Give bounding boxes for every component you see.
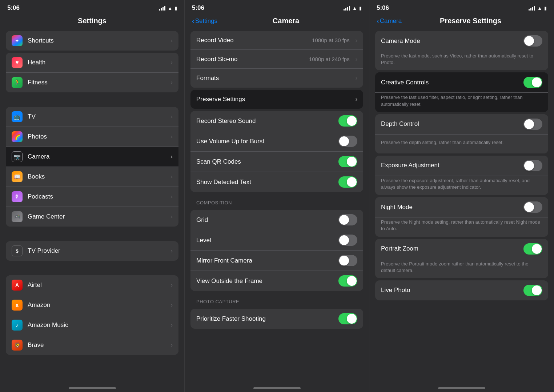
list-item[interactable]: a Amazon › bbox=[6, 295, 178, 315]
depth-control-row: Depth Control bbox=[375, 114, 548, 135]
battery-icon-2: ▮ bbox=[359, 5, 362, 11]
health-fitness-group: ♥ Health › 🏃 Fitness › bbox=[6, 53, 178, 92]
volume-burst-label: Use Volume Up for Burst bbox=[196, 138, 338, 145]
view-outside-toggle[interactable] bbox=[338, 275, 357, 287]
apps-group-1: 📺 TV › 🌈 Photos › 📷 Camera › 📖 Books › 🎙 bbox=[6, 107, 178, 227]
exposure-toggle[interactable] bbox=[523, 160, 542, 171]
back-to-settings[interactable]: ‹ Settings bbox=[192, 17, 217, 25]
status-time-2: 5:06 bbox=[192, 4, 204, 12]
brave-icon: 🦁 bbox=[12, 340, 23, 351]
shortcuts-group: ✦ Shortcuts › bbox=[6, 31, 178, 51]
grid-label: Grid bbox=[196, 216, 338, 224]
shortcuts-chevron: › bbox=[171, 37, 173, 44]
toggle-thumb bbox=[524, 119, 534, 129]
list-item[interactable]: 📺 TV › bbox=[6, 107, 178, 127]
mirror-front-toggle[interactable] bbox=[338, 255, 357, 266]
books-icon: 📖 bbox=[12, 171, 23, 182]
amazon-chevron: › bbox=[171, 302, 173, 308]
preserve-scroll[interactable]: Camera Mode Preserve the last mode, such… bbox=[369, 29, 554, 388]
exposure-desc: Preserve the exposure adjustment, rather… bbox=[381, 177, 542, 191]
depth-control-toggle[interactable] bbox=[523, 119, 542, 130]
list-item[interactable]: ✦ Shortcuts › bbox=[6, 31, 178, 51]
camera-scroll[interactable]: Record Video 1080p at 30 fps › Record Sl… bbox=[185, 29, 369, 388]
list-item[interactable]: A Airtel › bbox=[6, 275, 178, 295]
record-video-chevron: › bbox=[356, 37, 357, 44]
wifi-icon-3: ▲ bbox=[537, 5, 542, 11]
record-slomo-label: Record Slo-mo bbox=[196, 56, 309, 63]
list-item[interactable]: Record Slo-mo 1080p at 240 fps › bbox=[190, 50, 363, 69]
record-stereo-toggle[interactable] bbox=[338, 115, 357, 127]
back-label-2: Settings bbox=[195, 17, 217, 25]
list-item[interactable]: ♪ Amazon Music › bbox=[6, 315, 178, 335]
toggle-thumb bbox=[339, 235, 349, 245]
night-mode-desc: Preserve the Night mode setting, rather … bbox=[381, 219, 542, 232]
back-chevron-icon-2: ‹ bbox=[377, 17, 379, 25]
depth-control-desc: Preserve the depth setting, rather than … bbox=[381, 139, 503, 146]
toggle-thumb bbox=[339, 215, 349, 225]
list-item[interactable]: 🦁 Brave › bbox=[6, 335, 178, 355]
depth-control-label: Depth Control bbox=[381, 120, 523, 128]
settings-scroll[interactable]: ✦ Shortcuts › ♥ Health › 🏃 Fitness › 📺 bbox=[0, 29, 184, 388]
show-text-toggle[interactable] bbox=[338, 176, 357, 188]
list-item[interactable]: $ TV Provider › bbox=[6, 241, 178, 261]
night-mode-toggle[interactable] bbox=[523, 201, 542, 213]
fitness-icon: 🏃 bbox=[12, 77, 23, 88]
portrait-zoom-toggle[interactable] bbox=[523, 243, 542, 255]
list-item: Mirror Front Camera bbox=[190, 251, 363, 271]
toggle-thumb bbox=[347, 116, 357, 126]
toggle-thumb bbox=[347, 276, 357, 286]
photo-capture-section-label: PHOTO CAPTURE bbox=[185, 293, 369, 307]
back-to-camera[interactable]: ‹ Camera bbox=[377, 17, 402, 25]
toggle-thumb bbox=[347, 314, 357, 324]
camera-video-group: Record Video 1080p at 30 fps › Record Sl… bbox=[190, 31, 363, 88]
list-item[interactable]: 📖 Books › bbox=[6, 167, 178, 187]
status-time-1: 5:06 bbox=[7, 4, 20, 12]
camera-toggles-group: Record Stereo Sound Use Volume Up for Bu… bbox=[190, 111, 363, 192]
volume-burst-toggle[interactable] bbox=[338, 136, 357, 147]
level-label: Level bbox=[196, 237, 338, 244]
list-item[interactable]: ♥ Health › bbox=[6, 53, 178, 73]
camera-row[interactable]: 📷 Camera › bbox=[6, 147, 178, 167]
camera-mode-label: Camera Mode bbox=[381, 37, 523, 45]
status-time-3: 5:06 bbox=[377, 4, 389, 12]
portrait-zoom-group: Portrait Zoom Preserve the Portrait mode… bbox=[375, 239, 548, 278]
preserve-settings-group: Preserve Settings › bbox=[190, 90, 363, 109]
books-chevron: › bbox=[171, 173, 173, 180]
list-item[interactable]: 🎙 Podcasts › bbox=[6, 187, 178, 207]
grid-toggle[interactable] bbox=[338, 214, 357, 225]
list-item[interactable]: Record Video 1080p at 30 fps › bbox=[190, 31, 363, 50]
airtel-icon: A bbox=[12, 280, 23, 291]
list-item[interactable]: 🌈 Photos › bbox=[6, 127, 178, 147]
prioritize-faster-label: Prioritize Faster Shooting bbox=[196, 315, 338, 323]
tv-label: TV bbox=[28, 113, 168, 120]
podcasts-label: Podcasts bbox=[28, 193, 168, 200]
amazon-label: Amazon bbox=[28, 301, 168, 309]
separator-3 bbox=[0, 263, 184, 273]
live-photo-group: Live Photo bbox=[375, 280, 548, 300]
camera-icon: 📷 bbox=[12, 151, 23, 162]
creative-controls-group: Creative Controls Preserve the last used… bbox=[375, 72, 548, 112]
list-item: Record Stereo Sound bbox=[190, 111, 363, 131]
list-item[interactable]: Formats › bbox=[190, 69, 363, 88]
record-video-label: Record Video bbox=[196, 37, 312, 44]
tv-icon: 📺 bbox=[12, 111, 23, 122]
prioritize-faster-toggle[interactable] bbox=[338, 313, 357, 324]
preserve-settings-label: Preserve Settings bbox=[196, 96, 353, 103]
level-toggle[interactable] bbox=[338, 235, 357, 246]
signal-icon-3 bbox=[529, 5, 535, 11]
status-icons-1: ▲ ▮ bbox=[159, 5, 177, 11]
list-item: View Outside the Frame bbox=[190, 271, 363, 291]
preserve-settings-row[interactable]: Preserve Settings › bbox=[190, 90, 363, 109]
scan-qr-toggle[interactable] bbox=[338, 156, 357, 167]
preserve-title: Preserve Settings bbox=[402, 17, 539, 25]
live-photo-toggle[interactable] bbox=[523, 285, 542, 296]
list-item[interactable]: 🏃 Fitness › bbox=[6, 73, 178, 92]
photos-label: Photos bbox=[28, 133, 168, 140]
camera-mode-toggle[interactable] bbox=[523, 35, 542, 47]
podcasts-icon: 🎙 bbox=[12, 191, 23, 202]
creative-controls-toggle[interactable] bbox=[523, 77, 542, 88]
list-item[interactable]: 🎮 Game Center › bbox=[6, 207, 178, 227]
apps-group-2: A Airtel › a Amazon › ♪ Amazon Music › 🦁… bbox=[6, 275, 178, 355]
settings-title: Settings bbox=[0, 15, 184, 29]
amazonmusic-chevron: › bbox=[171, 322, 173, 328]
